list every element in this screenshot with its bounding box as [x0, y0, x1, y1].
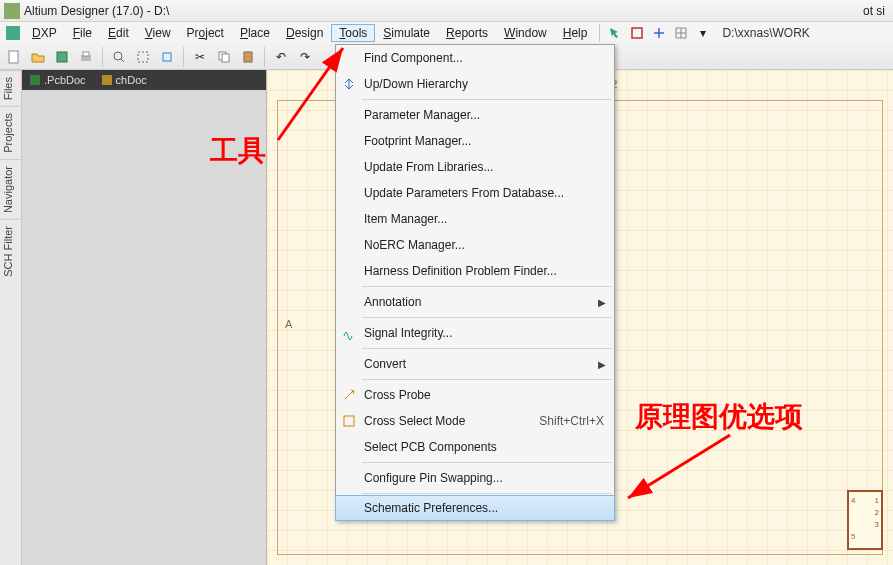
menu-updown-hierarchy[interactable]: Up/Down Hierarchy: [336, 71, 614, 97]
annotation-arrow-tools: [268, 40, 358, 150]
menu-dxp[interactable]: DDXPXP: [24, 24, 65, 42]
title-suffix: ot si: [863, 4, 893, 18]
schfilter-tab[interactable]: SCH Filter: [0, 219, 21, 283]
cut-icon[interactable]: ✂: [190, 47, 210, 67]
component-chip[interactable]: 1 2 3 4 5: [847, 490, 883, 550]
menu-item-label: Convert: [364, 357, 406, 371]
files-tab[interactable]: Files: [0, 70, 21, 106]
menu-separator: [362, 462, 612, 463]
menu-convert[interactable]: Convert▶: [336, 351, 614, 377]
menu-simulate[interactable]: Simulate: [375, 24, 438, 42]
menu-item-label: NoERC Manager...: [364, 238, 465, 252]
svg-rect-10: [222, 54, 229, 62]
paste-icon[interactable]: [238, 47, 258, 67]
document-tabs: .PcbDoc chDoc: [22, 70, 266, 90]
svg-rect-2: [9, 51, 18, 63]
navigator-tab[interactable]: Navigator: [0, 159, 21, 219]
pcbdoc-label: .PcbDoc: [44, 74, 86, 86]
svg-rect-5: [83, 52, 89, 56]
menu-annotation[interactable]: Annotation▶: [336, 289, 614, 315]
menu-item-label: Harness Definition Problem Finder...: [364, 264, 557, 278]
menu-separator: [362, 493, 612, 494]
copy-icon[interactable]: [214, 47, 234, 67]
menu-item-label: Find Component...: [364, 51, 463, 65]
zoom-selected-icon[interactable]: [157, 47, 177, 67]
menu-update-libraries[interactable]: Update From Libraries...: [336, 154, 614, 180]
menu-item-label: Schematic Preferences...: [364, 501, 498, 515]
probe-icon: [340, 386, 358, 404]
menu-schematic-preferences[interactable]: Schematic Preferences...: [335, 495, 615, 521]
svg-rect-8: [163, 53, 171, 61]
menu-item-label: Update Parameters From Database...: [364, 186, 564, 200]
app-icon: [4, 3, 20, 19]
toolbar-divider-3: [264, 47, 265, 67]
tool-grid-icon[interactable]: [672, 24, 690, 42]
submenu-arrow-icon: ▶: [598, 297, 606, 308]
menu-update-database[interactable]: Update Parameters From Database...: [336, 180, 614, 206]
menu-edit[interactable]: Edit: [100, 24, 137, 42]
signal-icon: [340, 324, 358, 342]
schdoc-label: chDoc: [116, 74, 147, 86]
menu-cross-select[interactable]: Cross Select Mode Shift+Ctrl+X: [336, 408, 614, 434]
tool-select-icon[interactable]: [606, 24, 624, 42]
menu-project[interactable]: Project: [179, 24, 232, 42]
svg-rect-0: [6, 26, 20, 40]
menu-item-manager[interactable]: Item Manager...: [336, 206, 614, 232]
print-icon[interactable]: [76, 47, 96, 67]
open-icon[interactable]: [28, 47, 48, 67]
menu-select-pcb[interactable]: Select PCB Components: [336, 434, 614, 460]
menu-item-label: Up/Down Hierarchy: [364, 77, 468, 91]
tool-wire-icon[interactable]: [650, 24, 668, 42]
menu-item-label: Parameter Manager...: [364, 108, 480, 122]
tool-place-icon[interactable]: [628, 24, 646, 42]
menu-config-swap[interactable]: Configure Pin Swapping...: [336, 465, 614, 491]
menu-noerc-manager[interactable]: NoERC Manager...: [336, 232, 614, 258]
menu-item-label: Annotation: [364, 295, 421, 309]
menu-window[interactable]: Window: [496, 24, 555, 42]
menu-view[interactable]: View: [137, 24, 179, 42]
menu-separator: [362, 286, 612, 287]
projects-tab[interactable]: Projects: [0, 106, 21, 159]
menu-item-label: Cross Probe: [364, 388, 431, 402]
menu-find-component[interactable]: Find Component...: [336, 45, 614, 71]
menu-parameter-manager[interactable]: Parameter Manager...: [336, 102, 614, 128]
zoom-fit-icon[interactable]: [109, 47, 129, 67]
cross-select-icon: [340, 412, 358, 430]
menu-separator: [362, 99, 612, 100]
pcbdoc-tab[interactable]: .PcbDoc: [22, 70, 94, 90]
menu-separator: [362, 317, 612, 318]
menu-reports[interactable]: Reports: [438, 24, 496, 42]
menu-item-label: Update From Libraries...: [364, 160, 493, 174]
svg-rect-3: [57, 52, 67, 62]
menu-item-label: Item Manager...: [364, 212, 447, 226]
dxp-icon[interactable]: [4, 24, 22, 42]
menu-file[interactable]: File: [65, 24, 100, 42]
menu-harness-finder[interactable]: Harness Definition Problem Finder...: [336, 258, 614, 284]
svg-rect-12: [344, 416, 354, 426]
menu-cross-probe[interactable]: Cross Probe: [336, 382, 614, 408]
menu-help[interactable]: Help: [555, 24, 596, 42]
pin-4: 4: [851, 496, 855, 505]
window-title: Altium Designer (17.0) - D:\: [24, 4, 169, 18]
menu-separator: [362, 348, 612, 349]
tools-dropdown-menu: Find Component... Up/Down Hierarchy Para…: [335, 44, 615, 521]
menu-item-label: Cross Select Mode: [364, 414, 465, 428]
menu-footprint-manager[interactable]: Footprint Manager...: [336, 128, 614, 154]
svg-point-6: [114, 52, 122, 60]
menu-item-label: Signal Integrity...: [364, 326, 453, 340]
new-file-icon[interactable]: [4, 47, 24, 67]
submenu-arrow-icon: ▶: [598, 359, 606, 370]
annotation-arrow-pref: [620, 430, 740, 510]
annotation-pref-label: 原理图优选项: [635, 398, 803, 436]
toolbar-divider: [102, 47, 103, 67]
schdoc-tab[interactable]: chDoc: [94, 70, 155, 90]
pin-3: 3: [875, 520, 879, 529]
save-icon[interactable]: [52, 47, 72, 67]
menu-signal-integrity[interactable]: Signal Integrity...: [336, 320, 614, 346]
svg-rect-7: [138, 52, 148, 62]
tool-dropdown-icon[interactable]: ▾: [694, 24, 712, 42]
zoom-area-icon[interactable]: [133, 47, 153, 67]
pin-1: 1: [875, 496, 879, 505]
menu-item-label: Footprint Manager...: [364, 134, 471, 148]
menu-bar: DDXPXP File Edit View Project Place Desi…: [0, 22, 893, 44]
